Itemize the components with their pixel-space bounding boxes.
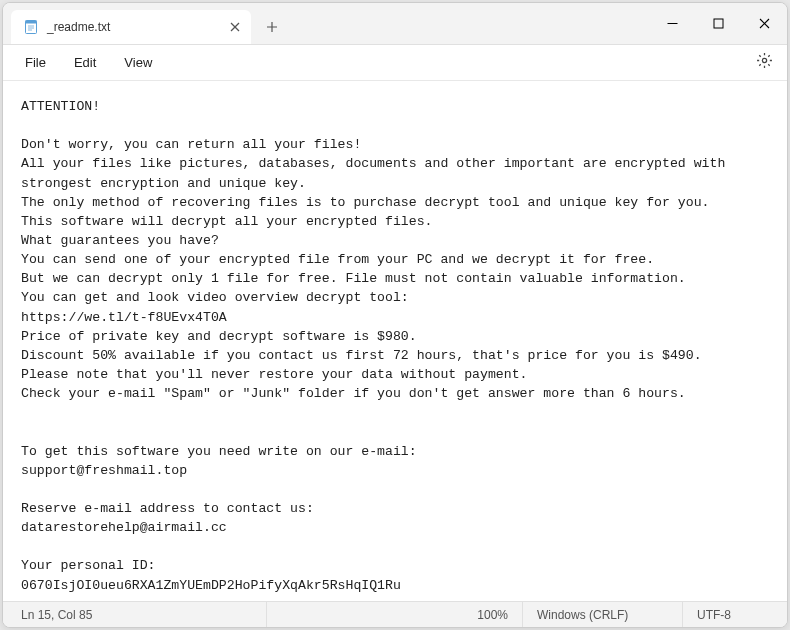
- close-tab-icon[interactable]: [227, 19, 243, 35]
- status-zoom[interactable]: 100%: [463, 602, 523, 627]
- status-line-ending[interactable]: Windows (CRLF): [523, 602, 683, 627]
- notepad-file-icon: [23, 19, 39, 35]
- maximize-button[interactable]: [695, 3, 741, 43]
- menubar: File Edit View: [3, 45, 787, 81]
- tab-title: _readme.txt: [47, 20, 227, 34]
- menu-view[interactable]: View: [110, 51, 166, 74]
- menu-edit[interactable]: Edit: [60, 51, 110, 74]
- titlebar: _readme.txt: [3, 3, 787, 45]
- close-button[interactable]: [741, 3, 787, 43]
- svg-point-13: [762, 58, 766, 62]
- status-cursor-position[interactable]: Ln 15, Col 85: [7, 602, 267, 627]
- statusbar: Ln 15, Col 85 100% Windows (CRLF) UTF-8: [3, 601, 787, 627]
- svg-rect-1: [26, 21, 37, 24]
- status-encoding[interactable]: UTF-8: [683, 602, 783, 627]
- tab-active[interactable]: _readme.txt: [11, 10, 251, 44]
- gear-icon: [756, 52, 773, 73]
- settings-button[interactable]: [749, 48, 779, 78]
- text-editor-area[interactable]: ATTENTION! Don't worry, you can return a…: [3, 81, 787, 601]
- notepad-window: _readme.txt File Edit View: [2, 2, 788, 628]
- tab-strip: _readme.txt: [3, 3, 649, 44]
- window-controls: [649, 3, 787, 44]
- menu-file[interactable]: File: [11, 51, 60, 74]
- svg-rect-10: [714, 19, 723, 28]
- new-tab-button[interactable]: [255, 10, 289, 44]
- minimize-button[interactable]: [649, 3, 695, 43]
